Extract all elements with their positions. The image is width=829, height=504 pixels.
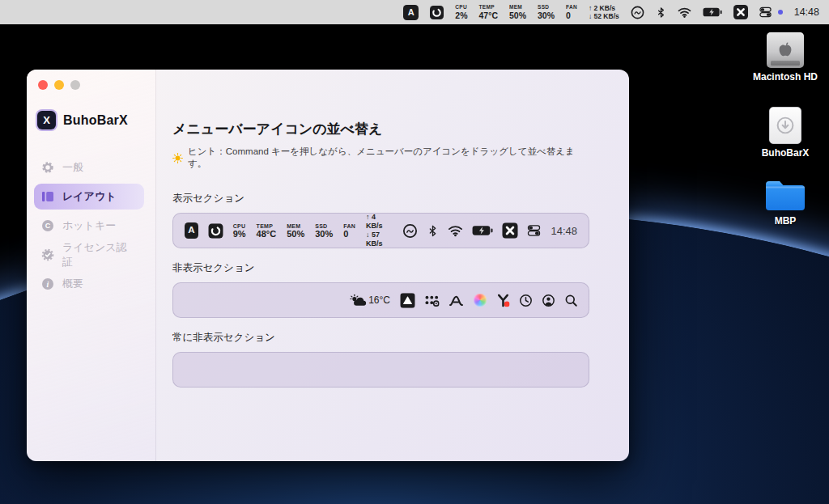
section-label-hidden: 非表示セクション — [172, 261, 589, 275]
stat-value: 0 — [343, 230, 348, 239]
buhocleaner-icon[interactable] — [430, 6, 444, 19]
desktop-icon-buhobarx[interactable]: BuhoBarX — [750, 107, 821, 159]
sidebar-item-label: 概要 — [62, 277, 83, 291]
wifi-icon[interactable] — [678, 7, 691, 18]
license-icon — [41, 248, 54, 261]
sidebar-item-label: 一般 — [62, 160, 83, 175]
minimize-button[interactable] — [54, 80, 64, 90]
section-label-visible: 表示セクション — [172, 192, 589, 205]
y-alert-icon[interactable] — [497, 294, 509, 307]
stat-label: SSD — [538, 5, 549, 11]
desktop-icon-macintosh-hd[interactable]: Macintosh HD — [750, 32, 821, 83]
temperature: 16°C — [368, 295, 390, 305]
stat-mem[interactable]: MEM50% — [509, 5, 526, 19]
user-account-icon[interactable] — [542, 294, 555, 307]
history-clock-icon[interactable] — [520, 294, 532, 307]
stat-label: CPU — [455, 5, 467, 11]
traffic-lights — [27, 70, 155, 90]
sidebar-item-gear[interactable]: 一般 — [34, 155, 144, 180]
stat-label: FAN — [566, 5, 577, 11]
input-source-icon[interactable]: A — [185, 222, 198, 239]
stat-label: FAN — [343, 223, 355, 229]
stat-cpu[interactable]: CPU9% — [233, 223, 246, 239]
audio-wave-a-icon[interactable] — [449, 295, 463, 306]
desktop: ACPU2%TEMP47°CMEM50%SSD30%FAN0↑ 2 KB/s↓ … — [0, 0, 829, 504]
upload-speed: ↑ 2 KB/s — [589, 4, 615, 12]
battery-charging-icon[interactable] — [703, 7, 722, 17]
hint-row: ヒント：Command キーを押しながら、メニューバーのアイコンをドラッグして並… — [172, 146, 589, 170]
app-name: BuhoBarX — [63, 113, 128, 128]
sidebar-item-layout[interactable]: レイアウト — [34, 184, 144, 210]
hint-text: ヒント：Command キーを押しながら、メニューバーのアイコンをドラッグして並… — [188, 146, 589, 170]
main-content: メニューバーアイコンの並べ替え ヒント：Command キーを押しながら、メニュ… — [156, 70, 629, 461]
buhobarx-icon[interactable] — [503, 223, 517, 238]
rainbow-circle-icon[interactable] — [474, 294, 487, 307]
stat-label: SSD — [315, 223, 327, 229]
network-speed[interactable]: ↑ 4 KB/s↓ 57 KB/s — [366, 213, 393, 248]
app-logo-icon: X — [37, 111, 56, 129]
barx-toggle-icon[interactable] — [759, 6, 772, 18]
stat-label: TEMP — [257, 223, 274, 229]
stat-value: 0 — [566, 11, 571, 20]
zoom-button[interactable] — [70, 80, 80, 90]
sidebar-item-license[interactable]: ライセンス認証 — [34, 242, 144, 268]
stat-label: MEM — [287, 223, 300, 229]
download-speed: ↓ 52 KB/s — [589, 12, 619, 20]
weather-icon[interactable]: 16°C — [351, 294, 390, 306]
hint-bulb-icon — [172, 153, 183, 163]
stat-temp[interactable]: TEMP47°C — [479, 5, 498, 19]
clock[interactable]: 14:48 — [551, 226, 577, 236]
adobe-creative-cloud-icon[interactable] — [631, 6, 644, 19]
buhobarx-icon[interactable] — [733, 5, 748, 19]
battery-charging-icon[interactable] — [473, 226, 492, 235]
sidebar-item-info[interactable]: i概要 — [34, 271, 144, 297]
desktop-icon-mbp[interactable]: MBP — [750, 178, 821, 227]
hard-drive-icon — [767, 32, 804, 68]
input-source-icon[interactable]: A — [403, 5, 419, 20]
barx-toggle-icon[interactable] — [528, 225, 540, 236]
stat-fan[interactable]: FAN0 — [566, 5, 577, 19]
stat-value: 30% — [315, 230, 333, 239]
desktop-icon-label: Macintosh HD — [750, 71, 821, 83]
download-speed: ↓ 57 KB/s — [366, 231, 393, 248]
stat-ssd[interactable]: SSD30% — [538, 5, 555, 19]
desktop-icon-label: MBP — [750, 215, 821, 227]
bluetooth-icon[interactable] — [427, 225, 438, 237]
stat-mem[interactable]: MEM50% — [287, 223, 304, 239]
always-hidden-section-box[interactable] — [172, 352, 589, 388]
stat-value: 47°C — [479, 11, 498, 20]
sidebar: X BuhoBarX 一般レイアウトCホットキーライセンス認証i概要 — [27, 70, 156, 461]
hidden-section-box[interactable]: 16°C — [172, 282, 589, 318]
triangle-app-icon[interactable] — [401, 294, 414, 307]
stat-temp[interactable]: TEMP48°C — [257, 223, 277, 239]
close-button[interactable] — [38, 80, 48, 90]
network-speed[interactable]: ↑ 2 KB/s↓ 52 KB/s — [589, 4, 619, 20]
hidden-divider-dot — [778, 10, 783, 15]
search-icon[interactable] — [565, 294, 577, 307]
stat-ssd[interactable]: SSD30% — [315, 223, 333, 239]
stat-label: TEMP — [479, 5, 495, 11]
sidebar-item-hotkey[interactable]: Cホットキー — [34, 213, 144, 239]
stat-value: 48°C — [257, 230, 277, 239]
sidebar-nav: 一般レイアウトCホットキーライセンス認証i概要 — [27, 154, 155, 298]
stat-label: CPU — [233, 223, 246, 229]
stat-cpu[interactable]: CPU2% — [455, 5, 467, 19]
buhocleaner-icon[interactable] — [209, 224, 223, 238]
wifi-icon[interactable] — [449, 226, 462, 236]
sidebar-item-label: ライセンス認証 — [62, 240, 137, 269]
disk-image-icon — [769, 107, 801, 144]
svg-text:i: i — [47, 280, 49, 289]
adobe-creative-cloud-icon[interactable] — [403, 224, 417, 238]
stat-fan[interactable]: FAN0 — [343, 223, 355, 239]
clock[interactable]: 14:48 — [794, 7, 819, 18]
visible-section-box[interactable]: ACPU9%TEMP48°CMEM50%SSD30%FAN0↑ 4 KB/s↓ … — [172, 213, 589, 248]
hotkey-icon: C — [41, 219, 54, 232]
stat-value: 50% — [509, 11, 526, 20]
folder-icon — [764, 178, 806, 212]
layout-icon — [41, 190, 54, 203]
bluetooth-icon[interactable] — [656, 6, 666, 19]
stat-value: 30% — [538, 11, 555, 20]
dots-settings-icon[interactable] — [425, 294, 439, 307]
stat-value: 2% — [455, 11, 467, 20]
sidebar-item-label: ホットキー — [62, 218, 116, 233]
